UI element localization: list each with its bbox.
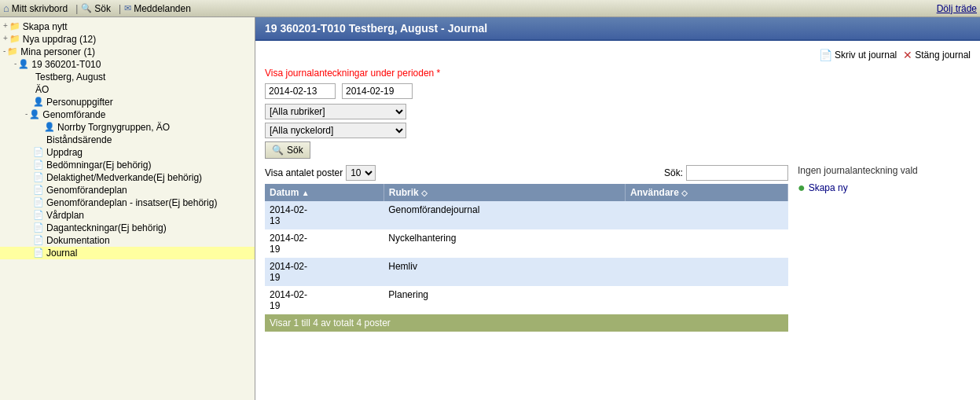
sidebar-item-journal[interactable]: 📄Journal xyxy=(0,247,255,259)
journal-area: 📄 Skriv ut journal ✕ Stäng journal Visa … xyxy=(255,41,980,339)
sidebar-item-bedomningar[interactable]: 📄Bedömningar(Ej behörig) xyxy=(0,159,255,171)
table-row[interactable]: 2014-02- 19 Nyckelhantering xyxy=(265,229,788,258)
nyckelord-filter-row: [Alla nyckelord] xyxy=(265,123,971,138)
search-icon: 🔍 xyxy=(272,145,284,156)
rubrik-select[interactable]: [Alla rubriker] xyxy=(265,104,406,119)
period-label: Visa journalanteckningar under perioden … xyxy=(265,68,971,79)
search-button[interactable]: 🔍 Sök xyxy=(265,141,310,159)
sidebar-item-person-name[interactable]: Testberg, August xyxy=(0,71,255,83)
table-search-control: Sök: xyxy=(664,165,788,181)
table-row[interactable]: 2014-02- 19 Hemliv xyxy=(265,258,788,286)
sidebar-item-genomforande[interactable]: -👤Genomförande xyxy=(0,108,255,121)
sok-link[interactable]: 🔍 Sök xyxy=(81,3,111,14)
hide-thread-link[interactable]: Dölj träde xyxy=(937,3,977,14)
journal-body: Visa antalet poster 10 Sök: xyxy=(265,165,971,332)
cell-rubrik: Genomförandejournal xyxy=(384,201,625,229)
meddelanden-link[interactable]: ✉ Meddelanden xyxy=(124,3,191,14)
cell-anvandare xyxy=(625,229,787,258)
col-anvandare[interactable]: Användare ◇ xyxy=(625,184,787,201)
cell-rubrik: Planering xyxy=(384,286,625,314)
cell-rubrik: Hemliv xyxy=(384,258,625,286)
sidebar-item-genomforandeplan-insatser[interactable]: 📄Genomförandeplan - insatser(Ej behörig) xyxy=(0,196,255,209)
sidebar-item-person-19[interactable]: -👤19 360201-T010 xyxy=(0,58,255,71)
sidebar-item-personuppgifter[interactable]: 👤Personuppgifter xyxy=(0,96,255,108)
col-datum[interactable]: Datum ▲ xyxy=(265,184,384,201)
table-footer: Visar 1 till 4 av totalt 4 poster xyxy=(265,314,788,332)
sidebar-item-daganteckningar[interactable]: 📄Daganteckningar(Ej behörig) xyxy=(0,222,255,234)
cell-anvandare xyxy=(625,258,787,286)
date-from-input[interactable] xyxy=(265,83,336,99)
topbar: ⌂ Mitt skrivbord | 🔍 Sök | ✉ Meddelanden… xyxy=(0,0,980,17)
print-journal-button[interactable]: 📄 Skriv ut journal xyxy=(819,49,897,61)
create-new-link[interactable]: Skapa ny xyxy=(809,182,848,193)
table-row[interactable]: 2014-02- 13 Genomförandejournal xyxy=(265,201,788,229)
message-icon: ✉ xyxy=(124,3,131,13)
sidebar-item-uppdrag[interactable]: 📄Uppdrag xyxy=(0,146,255,159)
cell-datum: 2014-02- 19 xyxy=(265,258,384,286)
date-row xyxy=(265,83,971,99)
sidebar-item-delaktighet[interactable]: 📄Delaktighet/Medverkande(Ej behörig) xyxy=(0,171,255,184)
cell-anvandare xyxy=(625,286,787,314)
content-area: 19 360201-T010 Testberg, August - Journa… xyxy=(255,17,980,400)
close-journal-button[interactable]: ✕ Stäng journal xyxy=(903,49,971,61)
table-row[interactable]: 2014-02- 19 Planering xyxy=(265,286,788,314)
sidebar-item-dokumentation[interactable]: 📄Dokumentation xyxy=(0,234,255,247)
print-icon: 📄 xyxy=(819,49,832,61)
table-search-input[interactable] xyxy=(686,165,788,181)
home-icon: ⌂ xyxy=(3,2,9,14)
cell-rubrik: Nyckelhantering xyxy=(384,229,625,258)
no-entry-text: Ingen journalanteckning vald xyxy=(798,165,971,176)
close-icon: ✕ xyxy=(903,49,912,61)
sidebar-item-nya-uppdrag[interactable]: +📁Nya uppdrag (12) xyxy=(0,33,255,46)
journal-table-section: Visa antalet poster 10 Sök: xyxy=(265,165,788,332)
green-dot-icon: ● xyxy=(798,181,806,195)
sidebar-item-genomforandeplan[interactable]: 📄Genomförandeplan xyxy=(0,184,255,196)
nyckelord-select[interactable]: [Alla nyckelord] xyxy=(265,123,406,138)
cell-datum: 2014-02- 19 xyxy=(265,229,384,258)
cell-anvandare xyxy=(625,201,787,229)
sidebar-item-vardplan[interactable]: 📄Vårdplan xyxy=(0,209,255,222)
col-rubrik[interactable]: Rubrik ◇ xyxy=(384,184,625,201)
create-new: ● Skapa ny xyxy=(798,181,971,195)
table-controls: Visa antalet poster 10 Sök: xyxy=(265,165,788,181)
sidebar-item-mina-personer[interactable]: -📁Mina personer (1) xyxy=(0,46,255,58)
main-layout: +📁Skapa nytt+📁Nya uppdrag (12)-📁Mina per… xyxy=(0,17,980,400)
search-icon: 🔍 xyxy=(81,3,92,13)
cell-datum: 2014-02- 13 xyxy=(265,201,384,229)
show-count-control: Visa antalet poster 10 xyxy=(265,165,376,181)
journal-table: Datum ▲ Rubrik ◇ Användare ◇ xyxy=(265,184,788,314)
action-buttons: 📄 Skriv ut journal ✕ Stäng journal xyxy=(265,49,971,61)
info-panel: Ingen journalanteckning vald ● Skapa ny xyxy=(798,165,971,332)
content-header: 19 360201-T010 Testberg, August - Journa… xyxy=(255,17,980,41)
sidebar-item-norrby[interactable]: 👤Norrby Torgnygruppen, ÄO xyxy=(0,121,255,134)
sidebar-item-person-ao[interactable]: ÄO xyxy=(0,83,255,96)
sidebar-item-bistands[interactable]: Biståndsärende xyxy=(0,134,255,146)
count-select[interactable]: 10 xyxy=(346,165,376,181)
rubrik-filter-row: [Alla rubriker] xyxy=(265,104,971,119)
sidebar: +📁Skapa nytt+📁Nya uppdrag (12)-📁Mina per… xyxy=(0,17,255,400)
mitt-skrivbord-link[interactable]: ⌂ Mitt skrivbord xyxy=(3,2,68,14)
date-to-input[interactable] xyxy=(342,83,413,99)
sidebar-item-skapa-nytt[interactable]: +📁Skapa nytt xyxy=(0,20,255,33)
cell-datum: 2014-02- 19 xyxy=(265,286,384,314)
